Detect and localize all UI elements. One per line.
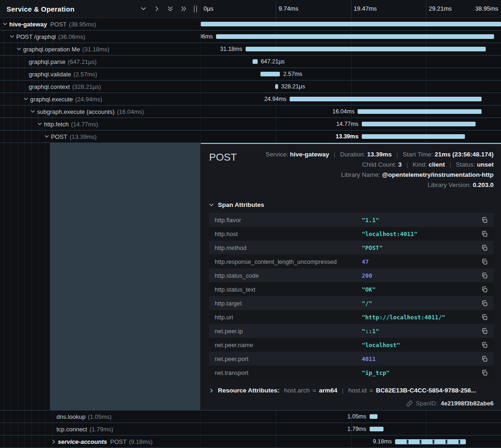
panel-resize-handle[interactable] (194, 6, 197, 12)
expand-chevron-icon[interactable] (24, 97, 29, 101)
copy-icon[interactable] (481, 300, 488, 307)
span-bar[interactable] (395, 439, 466, 444)
detail-meta-value: client (428, 161, 445, 168)
span-tree-cell[interactable]: tcp.connect (1.79ms) (0, 423, 201, 435)
span-bar[interactable] (216, 34, 494, 39)
span-tree-cell[interactable]: service-accounts POST (9.18ms) (0, 436, 201, 448)
span-bar[interactable] (290, 97, 482, 101)
span-bar[interactable] (253, 59, 258, 64)
span-row[interactable]: http.fetch (14.77ms) 14.77ms (0, 118, 501, 131)
span-bar[interactable] (201, 22, 501, 26)
span-name: graphql.parse (29, 58, 66, 65)
span-operation: POST (110, 438, 126, 445)
span-timeline-cell[interactable]: 1.05ms (201, 411, 501, 423)
attribute-row: http.host "localhost:4011" (209, 227, 494, 241)
timeline-ruler[interactable]: 0µs9.74ms19.47ms29.21ms38.95ms (201, 0, 501, 18)
span-tree-cell[interactable]: POST /graphql (36.06ms) (0, 31, 201, 43)
span-row[interactable]: graphql.operation Me (31.18ms) 31.18ms (0, 43, 501, 56)
expand-chevron-icon[interactable] (17, 47, 22, 51)
span-duration: (16.04ms) (117, 108, 144, 115)
span-row[interactable]: service-accounts POST (9.18ms) 9.18ms (0, 436, 501, 448)
chevron-down-icon[interactable] (141, 6, 146, 12)
span-row[interactable]: graphql.context (328.21µs) 328.21µs (0, 81, 501, 93)
span-timeline-cell[interactable]: 14.77ms (201, 118, 501, 130)
span-row[interactable]: POST /graphql (36.06ms) 36.06ms (0, 31, 501, 43)
copy-icon[interactable] (481, 342, 488, 348)
copy-icon[interactable] (481, 244, 488, 251)
span-timeline-cell[interactable]: 31.18ms (201, 43, 501, 55)
section-chevron-down-icon[interactable] (209, 203, 214, 207)
span-bar[interactable] (362, 134, 465, 139)
attribute-key: http.response_content_length_uncompresse… (215, 258, 362, 265)
expand-chevron-icon[interactable] (3, 22, 8, 26)
detail-meta-value: 3 (398, 161, 402, 168)
attribute-value: "1.1" (362, 217, 477, 224)
span-tree-cell[interactable]: graphql.validate (2.57ms) (0, 68, 201, 80)
expand-chevron-icon[interactable] (31, 109, 36, 114)
span-row[interactable]: graphql.execute (24.94ms) 24.94ms (0, 93, 501, 106)
span-id-value: 4e21998f3b82abe6 (441, 400, 494, 407)
span-bar[interactable] (370, 427, 383, 431)
link-icon[interactable] (406, 400, 413, 407)
span-row[interactable]: hive-gateway POST (38.95ms) 38.95ms (0, 18, 501, 31)
copy-icon[interactable] (481, 286, 488, 293)
span-tree-cell[interactable]: http.fetch (14.77ms) (0, 118, 201, 130)
span-tree-cell[interactable]: graphql.parse (647.21µs) (0, 56, 201, 68)
span-bar[interactable] (275, 84, 278, 89)
double-chevron-down-icon[interactable] (167, 6, 173, 12)
span-bar[interactable] (246, 47, 486, 51)
expand-chevron-icon[interactable] (52, 439, 56, 444)
span-timeline-cell[interactable]: 9.18ms (201, 436, 501, 448)
span-tree-cell[interactable]: graphql.operation Me (31.18ms) (0, 43, 201, 55)
span-bar[interactable] (358, 109, 481, 114)
span-tree-cell[interactable]: hive-gateway POST (38.95ms) (0, 18, 201, 30)
span-tree-cell[interactable]: graphql.execute (24.94ms) (0, 93, 201, 105)
span-row[interactable]: dns.lookup (1.05ms) 1.05ms (0, 411, 501, 423)
span-row[interactable]: tcp.connect (1.79ms) 1.79ms (0, 423, 501, 436)
copy-icon[interactable] (481, 328, 488, 335)
expand-chevron-icon[interactable] (37, 122, 43, 126)
span-row[interactable]: graphql.parse (647.21µs) 647.21µs (0, 56, 501, 68)
copy-icon[interactable] (481, 258, 488, 265)
double-chevron-right-icon[interactable] (181, 6, 186, 12)
span-timeline-cell[interactable]: 36.06ms (201, 31, 501, 43)
span-timeline-cell[interactable]: 647.21µs (201, 56, 501, 68)
span-bar-label: 2.57ms (283, 71, 302, 77)
span-attributes-header[interactable]: Span Attributes (209, 201, 494, 208)
expand-chevron-icon[interactable] (44, 134, 49, 139)
span-tree-cell[interactable]: subgraph.execute (accounts) (16.04ms) (0, 106, 201, 118)
span-row[interactable]: graphql.validate (2.57ms) 2.57ms (0, 68, 501, 81)
span-timeline-cell[interactable]: 2.57ms (201, 68, 501, 80)
copy-icon[interactable] (481, 369, 488, 376)
span-tree-cell[interactable]: POST (13.39ms) (0, 131, 201, 143)
ruler-tick-label: 38.95ms (475, 5, 498, 12)
span-timeline-cell[interactable]: 13.39ms (201, 131, 501, 143)
chevron-right-icon[interactable] (154, 6, 160, 12)
copy-icon[interactable] (481, 272, 488, 279)
span-timeline-cell[interactable]: 38.95ms (201, 18, 501, 30)
detail-span-title: POST (209, 151, 237, 163)
ruler-gridline (426, 0, 427, 18)
span-timeline-cell[interactable]: 328.21µs (201, 81, 501, 93)
copy-icon[interactable] (481, 314, 488, 321)
resource-attributes-items: host.arch=arm64|host.id=BC62E13B-C4CC-58… (284, 387, 476, 394)
ruler-tick-label: 0µs (204, 5, 213, 12)
resource-attributes-header[interactable]: Resource Attributes: host.arch=arm64|hos… (209, 387, 494, 394)
span-bar[interactable] (370, 414, 378, 419)
span-bar[interactable] (260, 72, 280, 76)
copy-icon[interactable] (481, 355, 488, 362)
span-row[interactable]: subgraph.execute (accounts) (16.04ms) 16… (0, 106, 501, 118)
span-timeline-cell[interactable]: 24.94ms (201, 93, 501, 105)
expand-chevron-icon[interactable] (10, 34, 15, 39)
span-tree-cell[interactable]: dns.lookup (1.05ms) (0, 411, 201, 423)
span-timeline-cell[interactable]: 16.04ms (201, 106, 501, 118)
span-bar[interactable] (362, 122, 476, 126)
span-row[interactable]: POST (13.39ms) 13.39ms (0, 131, 501, 143)
detail-meta-label: Library Name: (341, 171, 382, 178)
copy-icon[interactable] (481, 230, 488, 237)
span-bar-label: 13.39ms (336, 133, 359, 140)
copy-icon[interactable] (481, 217, 488, 224)
span-tree-cell[interactable]: graphql.context (328.21µs) (0, 81, 201, 93)
span-timeline-cell[interactable]: 1.79ms (201, 423, 501, 435)
section-chevron-right-icon[interactable] (209, 388, 214, 393)
